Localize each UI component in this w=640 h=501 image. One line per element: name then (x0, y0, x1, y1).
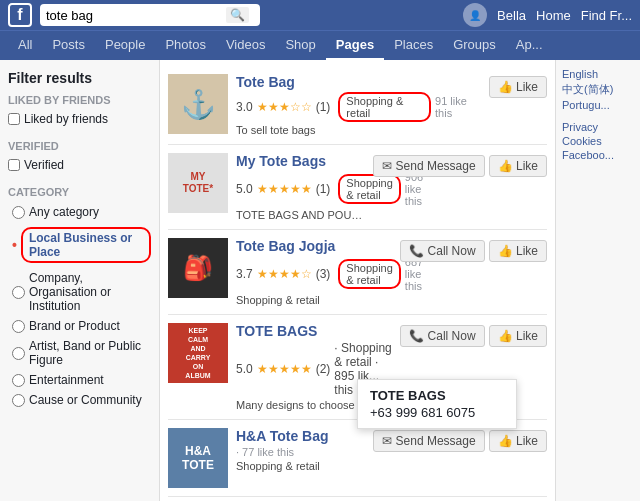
result-actions-ha: ✉ Send Message 👍 Like (373, 430, 547, 452)
verified-checkbox[interactable] (8, 159, 20, 171)
tab-places[interactable]: Places (384, 31, 443, 60)
category-brand[interactable]: Brand or Product (8, 316, 151, 336)
verified-section: VERIFIED Verified (8, 140, 151, 174)
rating-value: 5.0 (236, 182, 253, 196)
result-name-tote-bag[interactable]: Tote Bag (236, 74, 483, 90)
likes-count: · 77 like this (236, 446, 294, 458)
tooltip-phone: +63 999 681 6075 (370, 405, 504, 420)
lang-portuguese[interactable]: Portugu... (562, 99, 634, 111)
language-section: English 中文(简体) Portugu... (562, 68, 634, 111)
review-count: (2) (316, 362, 331, 376)
result-thumb-jogja: 🎒 (168, 238, 228, 298)
verified-option[interactable]: Verified (8, 156, 151, 174)
jogja-icon: 🎒 (183, 254, 213, 282)
my-tote-icon: MYTOTE* (183, 171, 213, 195)
stars-icon: ★★★☆☆ (257, 100, 312, 114)
username-label[interactable]: Bella (497, 8, 526, 23)
category-cause-radio[interactable] (12, 394, 25, 407)
like-button[interactable]: 👍 Like (489, 240, 547, 262)
send-message-button[interactable]: ✉ Send Message (373, 430, 484, 452)
privacy-link[interactable]: Privacy (562, 121, 634, 133)
category-entertainment-radio[interactable] (12, 374, 25, 387)
category-badge: Shopping & retail (338, 259, 401, 289)
category-cause[interactable]: Cause or Community (8, 390, 151, 410)
main-layout: Filter results LIKED BY FRIENDS Liked by… (0, 60, 640, 501)
category-artist[interactable]: Artist, Band or Public Figure (8, 336, 151, 370)
result-rating-jogja: 3.7 ★★★★☆ (3) Shopping & retail 687 like… (236, 256, 394, 292)
category-any-radio[interactable] (12, 206, 25, 219)
tote-bags-caps-icon: KEEPCALMANDCARRYONALBUM (185, 326, 210, 381)
category-entertainment[interactable]: Entertainment (8, 370, 151, 390)
lang-chinese[interactable]: 中文(简体) (562, 82, 634, 97)
results-area: ⚓ Tote Bag 3.0 ★★★☆☆ (1) Shopping & reta… (160, 60, 555, 501)
result-thumb-ha: H&ATOTE (168, 428, 228, 488)
liked-by-friends-option[interactable]: Liked by friends (8, 110, 151, 128)
result-thumb-my-tote: MYTOTE* (168, 153, 228, 213)
like-button[interactable]: 👍 Like (489, 76, 547, 98)
verified-label: VERIFIED (8, 140, 151, 152)
category-badge: Shopping & retail (338, 92, 431, 122)
result-actions-tote-bag: 👍 Like (489, 76, 547, 98)
lang-english[interactable]: English (562, 68, 634, 80)
home-link[interactable]: Home (536, 8, 571, 23)
tab-apps[interactable]: Ap... (506, 31, 553, 60)
result-desc-ha: Shopping & retail (236, 460, 367, 472)
rating-value: 3.0 (236, 100, 253, 114)
search-button[interactable]: 🔍 (226, 7, 249, 23)
facebook-logo: f (8, 3, 32, 27)
result-name-tote-bags-caps[interactable]: TOTE BAGS (236, 323, 394, 339)
result-info-tote-bag: Tote Bag 3.0 ★★★☆☆ (1) Shopping & retail… (236, 74, 483, 136)
like-button[interactable]: 👍 Like (489, 155, 547, 177)
category-brand-radio[interactable] (12, 320, 25, 333)
tab-photos[interactable]: Photos (155, 31, 215, 60)
result-name-ha[interactable]: H&A Tote Bag (236, 428, 367, 444)
right-sidebar: English 中文(简体) Portugu... Privacy Cookie… (555, 60, 640, 501)
category-any[interactable]: Any category (8, 202, 151, 222)
tab-all[interactable]: All (8, 31, 42, 60)
send-message-button[interactable]: ✉ Send Message (373, 155, 484, 177)
liked-by-friends-checkbox[interactable] (8, 113, 20, 125)
result-info-my-tote: My Tote Bags 5.0 ★★★★★ (1) Shopping & re… (236, 153, 367, 221)
category-company[interactable]: Company, Organisation or Institution (8, 268, 151, 316)
result-card-tote-bags-caps: KEEPCALMANDCARRYONALBUM TOTE BAGS 5.0 ★★… (168, 315, 547, 420)
result-rating-ha: · 77 like this (236, 446, 367, 458)
category-local-label: Local Business or Place (21, 227, 151, 263)
cookies-link[interactable]: Cookies (562, 135, 634, 147)
category-artist-radio[interactable] (12, 347, 25, 360)
result-desc-tote-bag: To sell tote bags (236, 124, 456, 136)
tab-posts[interactable]: Posts (42, 31, 95, 60)
tooltip-popup: TOTE BAGS +63 999 681 6075 (357, 379, 517, 429)
result-actions-my-tote: ✉ Send Message 👍 Like (373, 155, 547, 177)
result-actions-jogja: 📞 Call Now 👍 Like (400, 240, 547, 262)
rating-value: 3.7 (236, 267, 253, 281)
result-desc-my-tote: TOTE BAGS AND POUCHES FOR SALE!!! GET YO… (236, 209, 367, 221)
filter-title: Filter results (8, 70, 151, 86)
call-now-button[interactable]: 📞 Call Now (400, 325, 484, 347)
category-company-radio[interactable] (12, 286, 25, 299)
tab-videos[interactable]: Videos (216, 31, 276, 60)
result-name-jogja[interactable]: Tote Bag Jogja (236, 238, 394, 254)
result-info-ha: H&A Tote Bag · 77 like this Shopping & r… (236, 428, 367, 472)
facebook-link[interactable]: Faceboo... (562, 149, 634, 161)
like-button[interactable]: 👍 Like (489, 325, 547, 347)
navtabs: All Posts People Photos Videos Shop Page… (0, 30, 640, 60)
find-friends-link[interactable]: Find Fr... (581, 8, 632, 23)
tab-shop[interactable]: Shop (275, 31, 325, 60)
category-badge: Shopping & retail (338, 174, 401, 204)
search-input[interactable] (46, 8, 226, 23)
rating-value: 5.0 (236, 362, 253, 376)
result-card-tote-bag: ⚓ Tote Bag 3.0 ★★★☆☆ (1) Shopping & reta… (168, 66, 547, 145)
like-button[interactable]: 👍 Like (489, 430, 547, 452)
category-section: CATEGORY Any category • Local Business o… (8, 186, 151, 410)
tab-pages[interactable]: Pages (326, 31, 384, 60)
category-local[interactable]: • Local Business or Place (8, 224, 151, 266)
result-card-jogja: 🎒 Tote Bag Jogja 3.7 ★★★★☆ (3) Shopping … (168, 230, 547, 315)
result-name-my-tote[interactable]: My Tote Bags (236, 153, 367, 169)
anchor-icon: ⚓ (181, 88, 216, 121)
tooltip-name: TOTE BAGS (370, 388, 504, 403)
tab-people[interactable]: People (95, 31, 155, 60)
search-bar[interactable]: 🔍 (40, 4, 260, 26)
review-count: (3) (316, 267, 331, 281)
tab-groups[interactable]: Groups (443, 31, 506, 60)
call-now-button[interactable]: 📞 Call Now (400, 240, 484, 262)
